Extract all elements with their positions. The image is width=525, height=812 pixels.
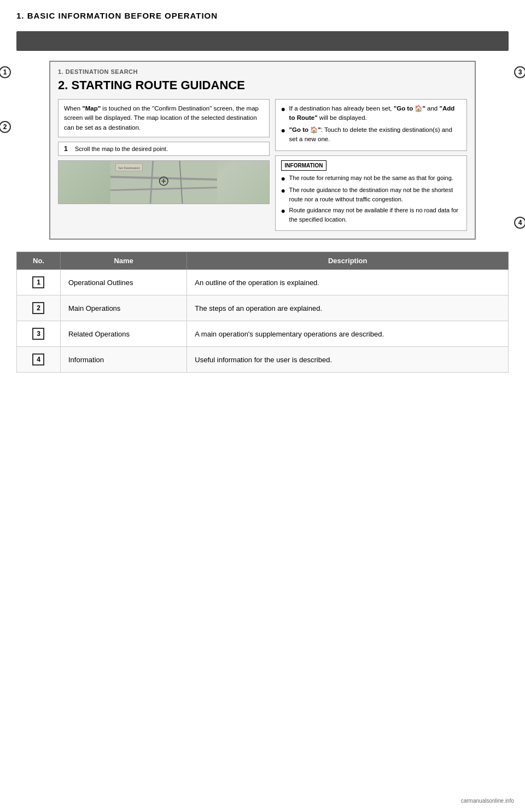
diagram-box: 1. DESTINATION SEARCH 2. STARTING ROUTE … <box>49 61 476 240</box>
diagram-content: When "Map" is touched on the "Confirm De… <box>58 99 467 231</box>
bullet-box-top: ● If a destination has already been set,… <box>275 99 467 151</box>
addroute-bold: "Add to Route" <box>289 105 455 121</box>
row-2-desc: The steps of an operation are explained. <box>187 295 509 321</box>
row-4-no: 4 <box>17 347 61 373</box>
col-no: No. <box>17 252 61 270</box>
row-3-no: 3 <box>17 321 61 347</box>
row-1-no: 1 <box>17 270 61 295</box>
goto-bold-2: "Go to 🏠" <box>289 126 321 133</box>
marker-1: 1 <box>0 66 11 78</box>
info-table: No. Name Description 1 Operational Outli… <box>16 252 509 373</box>
col-description: Description <box>187 252 509 270</box>
info-bullet-3: ● Route guidance may not be available if… <box>281 206 461 224</box>
goto-bold: "Go to 🏠" <box>394 105 425 112</box>
bullet-dot-2: ● <box>281 125 287 144</box>
info-dot-1: ● <box>281 173 287 183</box>
info-dot-3: ● <box>281 206 287 224</box>
marker-2: 2 <box>0 121 11 133</box>
map-bold: "Map" <box>82 105 101 112</box>
table-row: 2 Main Operations The steps of an operat… <box>17 295 509 321</box>
diagram-wrapper: 1 2 3 4 1. DESTINATION SEARCH 2. STARTIN… <box>16 61 509 240</box>
diagram-left: When "Map" is touched on the "Confirm De… <box>58 99 270 231</box>
info-dot-2: ● <box>281 185 287 204</box>
row-2-no: 2 <box>17 295 61 321</box>
dark-banner <box>16 31 509 51</box>
info-bullet-2: ● The route guidance to the destination … <box>281 185 461 204</box>
bullet-item-2: ● "Go to 🏠": Touch to delete the existin… <box>281 125 461 144</box>
table-row: 1 Operational Outlines An outline of the… <box>17 270 509 295</box>
num-box-1: 1 <box>32 276 44 288</box>
footer-logo: carmanualsonline.info <box>461 798 514 804</box>
col-name: Name <box>60 252 186 270</box>
step-number: 1 <box>64 145 72 153</box>
marker-3: 3 <box>514 66 525 78</box>
info-bullet-1: ● The route for returning may not be the… <box>281 173 461 183</box>
step-box: 1 Scroll the map to the desired point. <box>58 142 270 156</box>
bullet-dot-1: ● <box>281 104 287 123</box>
row-2-name: Main Operations <box>60 295 186 321</box>
num-box-4: 4 <box>32 353 44 366</box>
step-text: Scroll the map to the desired point. <box>75 146 168 152</box>
row-4-name: Information <box>60 347 186 373</box>
page-title: 1. BASIC INFORMATION BEFORE OPERATION <box>16 11 509 20</box>
table-row: 4 Information Useful information for the… <box>17 347 509 373</box>
info-box: INFORMATION ● The route for returning ma… <box>275 155 467 231</box>
bullet-text-2: "Go to 🏠": Touch to delete the existing … <box>289 125 461 144</box>
num-box-2: 2 <box>32 302 44 314</box>
table-body: 1 Operational Outlines An outline of the… <box>17 270 509 373</box>
diagram-section-title: 2. STARTING ROUTE GUIDANCE <box>58 78 467 92</box>
info-text-2: The route guidance to the destination ma… <box>289 185 461 204</box>
row-1-name: Operational Outlines <box>60 270 186 295</box>
marker-4: 4 <box>514 217 525 229</box>
svg-text:Set Destination: Set Destination <box>118 166 140 169</box>
map-inner: Set Destination <box>59 161 269 204</box>
diagram-section-header: 1. DESTINATION SEARCH <box>58 68 467 75</box>
row-4-desc: Useful information for the user is descr… <box>187 347 509 373</box>
page-container: 1. BASIC INFORMATION BEFORE OPERATION 1 … <box>0 0 525 812</box>
row-3-name: Related Operations <box>60 321 186 347</box>
info-text-3: Route guidance may not be available if t… <box>289 206 461 224</box>
map-image: Set Destination <box>58 160 270 204</box>
text-box-description: When "Map" is touched on the "Confirm De… <box>58 99 270 137</box>
row-1-desc: An outline of the operation is explained… <box>187 270 509 295</box>
table-head: No. Name Description <box>17 252 509 270</box>
info-text-1: The route for returning may not be the s… <box>289 173 453 183</box>
table-row: 3 Related Operations A main operation's … <box>17 321 509 347</box>
diagram-right: ● If a destination has already been set,… <box>275 99 467 231</box>
bullet-text-1: If a destination has already been set, "… <box>289 104 461 123</box>
num-box-3: 3 <box>32 328 44 340</box>
table-header-row: No. Name Description <box>17 252 509 270</box>
info-header-label: INFORMATION <box>281 160 327 171</box>
row-3-desc: A main operation's supplementary operati… <box>187 321 509 347</box>
map-svg: Set Destination <box>59 161 269 204</box>
bullet-item-1: ● If a destination has already been set,… <box>281 104 461 123</box>
